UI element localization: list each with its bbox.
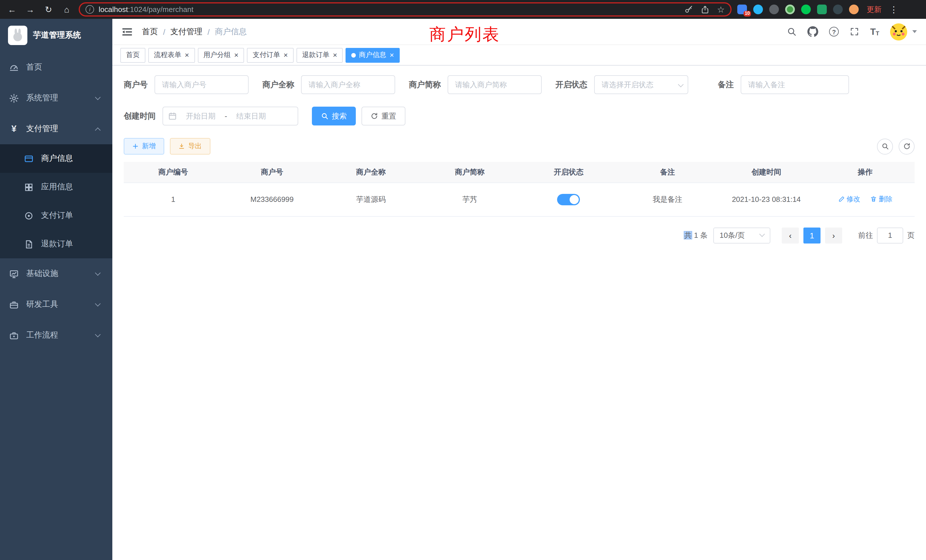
date-range-picker[interactable]: - <box>162 107 298 126</box>
extensions-cluster: 10 <box>737 5 859 14</box>
column-header-full-name: 商户全称 <box>322 162 421 183</box>
address-bar[interactable]: localhost:1024/pay/merchant <box>79 2 732 17</box>
app-logo[interactable]: 芋道管理系统 <box>0 19 112 52</box>
browser-back-icon[interactable] <box>6 5 18 14</box>
extension-icon-3[interactable] <box>769 5 779 14</box>
search-button[interactable]: 搜索 <box>312 107 356 126</box>
extension-icon-4[interactable] <box>785 5 795 14</box>
prev-page-button[interactable] <box>782 227 799 243</box>
github-icon[interactable] <box>807 26 818 37</box>
edit-button-label: 修改 <box>846 194 860 204</box>
sidebar-item-label: 退款订单 <box>41 239 73 249</box>
site-info-icon[interactable] <box>86 5 94 14</box>
sidebar-item-system[interactable]: 系统管理 <box>0 83 112 114</box>
url-host: localhost <box>98 5 128 14</box>
browser-update-button[interactable]: 更新 <box>867 4 882 15</box>
user-avatar[interactable] <box>890 23 907 40</box>
credit-card-icon <box>24 154 34 163</box>
date-end-input[interactable] <box>230 112 272 120</box>
fullscreen-icon[interactable] <box>850 27 859 36</box>
export-button-label: 导出 <box>188 141 202 151</box>
password-key-icon[interactable] <box>684 5 693 14</box>
bookmark-star-icon[interactable] <box>717 4 725 15</box>
toolbar-right <box>871 138 915 154</box>
merchant-no-input[interactable] <box>154 75 249 94</box>
tab-user-group[interactable]: 用户分组 <box>198 48 244 62</box>
tab-merchant-info[interactable]: 商户信息 <box>346 48 400 62</box>
tab-process-form[interactable]: 流程表单 <box>148 48 195 62</box>
close-icon[interactable] <box>234 51 238 59</box>
tab-home[interactable]: 首页 <box>120 48 145 62</box>
browser-menu-icon[interactable] <box>890 4 898 15</box>
font-size-icon[interactable] <box>870 27 879 36</box>
sidebar-toggle-icon[interactable] <box>121 26 133 37</box>
browser-reload-icon[interactable] <box>42 5 55 14</box>
page-number-button[interactable]: 1 <box>803 227 820 243</box>
chevron-down-icon <box>95 94 101 100</box>
breadcrumb-payment[interactable]: 支付管理 <box>171 27 203 37</box>
breadcrumb: 首页 / 支付管理 / 商户信息 <box>142 27 247 37</box>
status-select[interactable] <box>594 75 688 94</box>
share-icon[interactable] <box>701 5 709 14</box>
close-icon[interactable] <box>283 51 287 59</box>
extensions-puzzle-icon[interactable] <box>833 5 843 14</box>
goto-label: 前往 <box>858 230 873 241</box>
breadcrumb-separator: / <box>207 27 210 36</box>
navbar-actions <box>787 23 917 40</box>
refresh-button[interactable] <box>899 138 915 154</box>
sidebar-item-payment[interactable]: 支付管理 <box>0 114 112 144</box>
full-name-input[interactable] <box>301 75 395 94</box>
chevron-up-icon <box>95 127 101 133</box>
sidebar-item-workflow[interactable]: 工作流程 <box>0 320 112 351</box>
sidebar-item-pay-order[interactable]: 支付订单 <box>0 201 112 230</box>
export-button[interactable]: 导出 <box>170 138 210 154</box>
browser-forward-icon[interactable] <box>24 5 36 14</box>
date-start-input[interactable] <box>180 112 222 120</box>
remark-input[interactable] <box>741 75 849 94</box>
sidebar-item-home[interactable]: 首页 <box>0 52 112 83</box>
tab-refund-order[interactable]: 退款订单 <box>297 48 343 62</box>
toggle-search-button[interactable] <box>877 138 893 154</box>
next-page-button[interactable] <box>825 227 842 243</box>
tab-pay-order[interactable]: 支付订单 <box>247 48 294 62</box>
close-icon[interactable] <box>390 51 394 59</box>
sidebar-item-refund-order[interactable]: 退款订单 <box>0 230 112 258</box>
extension-icon-1[interactable]: 10 <box>737 5 747 14</box>
extension-icon-2[interactable] <box>753 5 763 14</box>
search-icon[interactable] <box>787 27 797 36</box>
column-header-actions: 操作 <box>816 162 915 183</box>
sidebar-item-merchant-info[interactable]: 商户信息 <box>0 144 112 173</box>
extension-icon-5[interactable] <box>801 5 811 14</box>
sidebar-item-app-info[interactable]: 应用信息 <box>0 173 112 201</box>
toolbox-icon <box>9 300 19 309</box>
pagination-goto: 前往 页 <box>858 227 915 243</box>
reset-button[interactable]: 重置 <box>362 107 406 126</box>
breadcrumb-home[interactable]: 首页 <box>142 27 158 37</box>
field-label: 商户号 <box>124 80 148 90</box>
app-title: 芋道管理系统 <box>33 30 81 41</box>
filter-merchant-no: 商户号 <box>124 75 249 94</box>
calendar-icon <box>168 112 177 120</box>
logo-image <box>8 26 27 45</box>
short-name-input[interactable] <box>448 75 542 94</box>
sidebar-item-dev-tools[interactable]: 研发工具 <box>0 289 112 320</box>
status-toggle[interactable] <box>557 194 580 205</box>
url-text: localhost:1024/pay/merchant <box>98 5 679 14</box>
gear-icon <box>9 93 19 103</box>
sidebar-item-infrastructure[interactable]: 基础设施 <box>0 258 112 289</box>
delete-button[interactable]: 删除 <box>870 194 892 204</box>
edit-button[interactable]: 修改 <box>838 194 860 204</box>
browser-profile-avatar[interactable] <box>849 5 859 14</box>
page-size-select[interactable]: 10条/页 <box>713 227 770 243</box>
goto-page-input[interactable] <box>877 227 903 243</box>
close-icon[interactable] <box>185 51 189 59</box>
add-button[interactable]: 新增 <box>124 138 164 154</box>
help-icon[interactable] <box>829 27 839 36</box>
close-icon[interactable] <box>333 51 337 59</box>
column-header-merchant-no: 商户号 <box>222 162 322 183</box>
browser-home-icon[interactable] <box>61 5 73 14</box>
merchant-table: 商户编号 商户号 商户全称 商户简称 开启状态 备注 创建时间 操作 1 <box>124 162 915 216</box>
extension-icon-6[interactable] <box>817 5 827 14</box>
avatar-caret-icon[interactable] <box>912 30 917 33</box>
column-header-id: 商户编号 <box>124 162 222 183</box>
